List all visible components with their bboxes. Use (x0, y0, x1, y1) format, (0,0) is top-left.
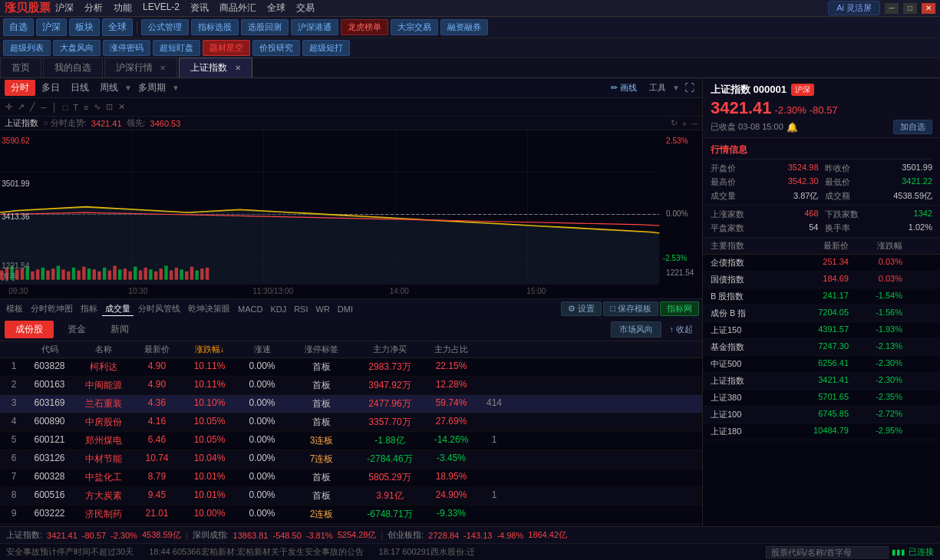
menu-commodities[interactable]: 商品外汇 (219, 2, 256, 15)
btn-value[interactable]: 价投研究 (252, 40, 300, 56)
stab-zijin[interactable]: 资金 (57, 321, 97, 338)
table-row[interactable]: 6 603126 中材节能 10.74 10.04% 0.00% 7连板 -27… (0, 450, 702, 469)
chart-icon-measure[interactable]: ⊡ (104, 102, 115, 112)
table-row[interactable]: 7 600328 中盐化工 8.79 10.01% 0.00% 首板 5805.… (0, 469, 702, 487)
chart-icon-cross[interactable]: ✛ (3, 102, 15, 112)
btn-add-fav[interactable]: 加自选 (893, 120, 932, 134)
btn-super-short[interactable]: 超级短打 (302, 40, 350, 56)
menu-trade[interactable]: 交易 (296, 2, 315, 15)
menu-news[interactable]: 资讯 (190, 2, 209, 15)
btn-margin[interactable]: 融资融券 (440, 19, 488, 35)
btn-settings[interactable]: ⚙ 设置 (561, 301, 602, 316)
btn-quanqiu[interactable]: 全球 (102, 18, 133, 36)
table-row[interactable]: 1 603828 柯利达 4.90 10.11% 0.00% 首板 2983.7… (0, 358, 702, 377)
chart-plus-icon[interactable]: + (682, 119, 687, 128)
index-row[interactable]: 上证150 4391.57 -1.93% (703, 322, 940, 339)
btn-indicator-network[interactable]: 指标网 (660, 301, 699, 316)
btn-rixin[interactable]: 日线 (66, 80, 94, 96)
max-button[interactable]: □ (903, 3, 917, 14)
chart-icon-arrow[interactable]: ↗ (15, 102, 27, 112)
table-row[interactable]: 3 603169 兰石重装 4.36 10.10% 0.00% 首板 2477.… (0, 395, 702, 413)
tab-home[interactable]: 首页 (0, 58, 41, 77)
btn-fenshi[interactable]: 分时 (5, 80, 35, 96)
cb-tab-dmi[interactable]: DMI (335, 304, 356, 315)
btn-duori[interactable]: 多日 (37, 80, 64, 96)
btn-hkconnect[interactable]: 沪深港通 (291, 19, 338, 35)
btn-backtest[interactable]: 选股回测 (241, 19, 289, 35)
cb-tab-fengguanxian[interactable]: 分时风管线 (135, 302, 183, 315)
table-row[interactable]: 10 603332 苏州龙杰 22.91 9.99% 0.00% 首板 1105… (0, 524, 702, 526)
tab-zixuan[interactable]: 我的自选 (43, 58, 103, 77)
menu-hushen[interactable]: 沪深 (55, 2, 74, 15)
stab-xinwen[interactable]: 新闻 (100, 321, 140, 338)
btn-dragon[interactable]: 龙虎榜单 (341, 19, 388, 35)
chart-minus-icon[interactable]: ─ (691, 119, 698, 128)
chart-icon-fib[interactable]: ≡ (81, 103, 91, 112)
btn-market-direction[interactable]: 大盘风向 (53, 40, 101, 56)
table-row[interactable]: 4 600890 中房股份 4.16 10.05% 0.00% 首板 3357.… (0, 413, 702, 432)
index-row[interactable]: 上证380 5701.65 -2.35% (703, 390, 940, 407)
btn-super-list[interactable]: 超级列表 (3, 40, 51, 56)
index-row[interactable]: 成份 B 指 7204.05 -1.56% (703, 305, 940, 322)
menu-function[interactable]: 功能 (114, 2, 132, 15)
btn-hushen[interactable]: 沪深 (36, 18, 67, 36)
btn-zixuan[interactable]: 自选 (3, 18, 34, 36)
tab-hushen-close[interactable]: ✕ (160, 64, 166, 72)
btn-theme[interactable]: 题材星空 (203, 40, 250, 56)
btn-stock-select[interactable]: 指标选股 (191, 19, 239, 35)
cb-tab-macd[interactable]: MACD (235, 304, 266, 315)
search-input[interactable] (766, 546, 889, 558)
cb-tab-volume[interactable]: 成交量 (102, 302, 134, 316)
btn-duozhouqi[interactable]: 多周期 (134, 80, 170, 96)
btn-block-trade[interactable]: 大宗交易 (391, 19, 438, 35)
menu-analysis[interactable]: 分析 (84, 2, 103, 15)
btn-collapse[interactable]: ↑ 收起 (665, 322, 698, 337)
menu-global[interactable]: 全球 (267, 2, 285, 15)
stab-chengfengu[interactable]: 成份股 (5, 321, 54, 338)
cb-tab-fenshi[interactable]: 分时乾坤图 (28, 302, 76, 315)
cb-tab-indicator[interactable]: 指标 (78, 302, 101, 315)
tab-shzhi[interactable]: 上证指数 ✕ (179, 58, 252, 77)
ai-button[interactable]: Ai 灵活屏 (828, 1, 880, 15)
btn-bankuai[interactable]: 板块 (69, 18, 100, 36)
btn-formula[interactable]: 公式管理 (141, 19, 189, 35)
duozhouqi-arrow[interactable]: ▼ (172, 84, 180, 92)
index-row[interactable]: 上证指数 3421.41 -2.30% (703, 373, 940, 390)
index-row[interactable]: 国债指数 184.69 0.03% (703, 272, 940, 288)
table-row[interactable]: 5 600121 郑州煤电 6.46 10.05% 0.00% 3连板 -1.8… (0, 432, 702, 450)
index-row[interactable]: 上证100 6745.85 -2.72% (703, 407, 940, 423)
cb-tab-wr[interactable]: WR (313, 304, 333, 315)
close-button[interactable]: ✕ (922, 3, 935, 14)
index-row[interactable]: 中证500 6256.41 -2.30% (703, 356, 940, 373)
btn-watch[interactable]: 超短盯盘 (153, 40, 200, 56)
tab-hushen[interactable]: 沪深行情 ✕ (104, 58, 177, 77)
menu-level2[interactable]: LEVEL-2 (143, 2, 180, 15)
index-row[interactable]: 上证180 10484.79 -2.95% (703, 423, 940, 440)
btn-limit-pw[interactable]: 涨停密码 (103, 40, 150, 56)
btn-tools[interactable]: 工具 (645, 81, 671, 95)
btn-zhouxian[interactable]: 周线 (95, 80, 123, 96)
chart-icon-text[interactable]: T (71, 103, 81, 112)
chart-icon-wave[interactable]: ∿ (91, 102, 103, 112)
index-row[interactable]: 基金指数 7247.30 -2.13% (703, 339, 940, 356)
cb-tab-rsi[interactable]: RSI (291, 304, 311, 315)
chart-icon-hline[interactable]: ─ (38, 103, 49, 112)
table-row[interactable]: 8 600516 方大炭素 9.45 10.01% 0.00% 首板 3.91亿… (0, 487, 702, 506)
tab-shzhi-close[interactable]: ✕ (235, 64, 241, 72)
chart-icon-rect[interactable]: □ (61, 103, 71, 112)
rp-bell-icon[interactable]: 🔔 (787, 122, 798, 133)
table-row[interactable]: 9 603222 济民制药 21.01 10.00% 0.00% 2连板 -67… (0, 506, 702, 524)
chart-icon-delete[interactable]: ✕ (116, 102, 127, 112)
cb-tab-template[interactable]: 模板 (3, 302, 26, 315)
cb-tab-kdj[interactable]: KDJ (267, 304, 289, 315)
table-row[interactable]: 2 600163 中闽能源 4.90 10.11% 0.00% 首板 3947.… (0, 377, 702, 395)
min-button[interactable]: ─ (885, 3, 899, 14)
btn-market-dir[interactable]: 市场风向 (611, 321, 661, 338)
index-row[interactable]: 企债指数 251.34 0.03% (703, 255, 940, 272)
chart-icon-vline[interactable]: │ (50, 103, 60, 112)
btn-save-template[interactable]: □ 保存模板 (603, 301, 658, 316)
index-row[interactable]: B 股指数 241.17 -1.54% (703, 288, 940, 305)
btn-fullscreen[interactable]: ⛶ (681, 81, 698, 95)
btn-draw-line[interactable]: ✏ 画线 (605, 81, 643, 95)
chart-zhou-arrow[interactable]: ▼ (124, 84, 132, 92)
